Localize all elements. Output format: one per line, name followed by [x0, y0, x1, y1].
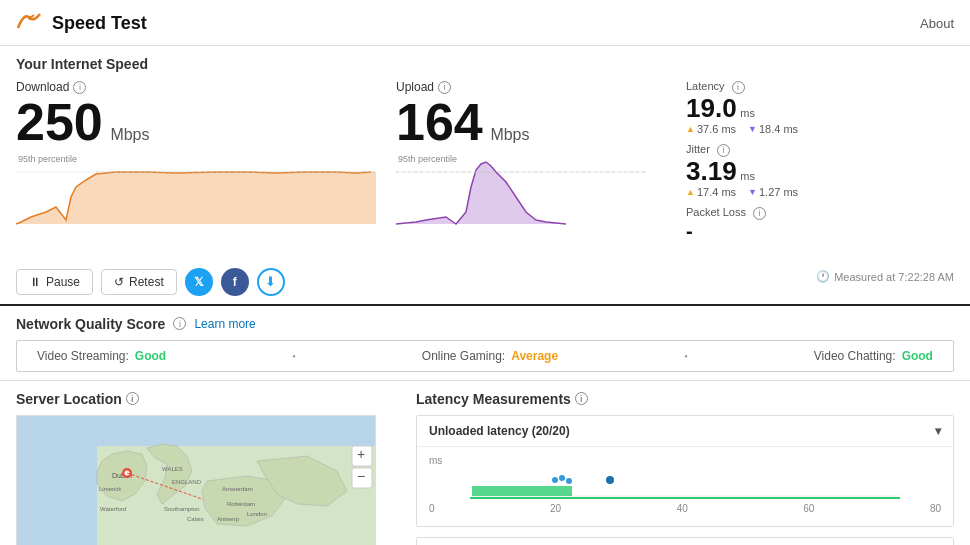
- packet-loss-info-icon[interactable]: i: [753, 207, 766, 220]
- retest-icon: ↺: [114, 275, 124, 289]
- unloaded-chevron-icon: ▾: [935, 424, 941, 438]
- unloaded-unit-label: ms: [429, 455, 941, 466]
- server-location-title: Server Location: [16, 391, 122, 407]
- latency-down: ▼ 18.4 ms: [748, 123, 798, 135]
- upload-label: Upload: [396, 80, 434, 94]
- upload-value: 164: [396, 93, 483, 151]
- facebook-share-button[interactable]: f: [221, 268, 249, 296]
- upload-value-row: 164 Mbps: [396, 96, 666, 148]
- packet-loss-label: Packet Loss: [686, 206, 746, 218]
- upload-info-icon[interactable]: i: [438, 81, 451, 94]
- upload-label-row: Upload i: [396, 80, 666, 94]
- app-header: Speed Test About: [0, 0, 970, 46]
- server-location-panel: Server Location i Dublin: [16, 391, 396, 545]
- download-col: Download i 250 Mbps 95th percentile: [16, 80, 396, 232]
- svg-rect-27: [472, 486, 572, 496]
- svg-text:Rotterdam: Rotterdam: [227, 501, 255, 507]
- svg-text:Antwerp: Antwerp: [217, 516, 240, 522]
- svg-text:WALES: WALES: [162, 466, 183, 472]
- nqs-streaming-value: Good: [135, 349, 166, 363]
- latency-sub: ▲ 37.6 ms ▼ 18.4 ms: [686, 123, 954, 135]
- jitter-value-row: 3.19 ms: [686, 157, 954, 186]
- jitter-unit: ms: [740, 170, 755, 182]
- svg-point-28: [552, 477, 558, 483]
- jitter-sub: ▲ 17.4 ms ▼ 1.27 ms: [686, 186, 954, 198]
- packet-loss-value: -: [686, 220, 954, 242]
- nqs-section: Network Quality Score i Learn more Video…: [0, 306, 970, 381]
- server-location-title-row: Server Location i: [16, 391, 396, 407]
- app-title: Speed Test: [52, 13, 147, 34]
- latency-label: Latency: [686, 80, 725, 92]
- triangle-up-icon: ▲: [686, 124, 695, 134]
- jitter-down: ▼ 1.27 ms: [748, 186, 798, 198]
- download-result-button[interactable]: ⬇: [257, 268, 285, 296]
- jitter-value: 3.19: [686, 156, 737, 186]
- svg-point-0: [28, 16, 32, 20]
- nqs-streaming-label: Video Streaming:: [37, 349, 129, 363]
- unloaded-latency-box: Unloaded latency (20/20) ▾ ms: [416, 415, 954, 527]
- jitter-label-row: Jitter i: [686, 143, 954, 157]
- download-chart-area: 95th percentile: [16, 152, 396, 232]
- svg-text:+: +: [357, 446, 365, 462]
- nqs-title-row: Network Quality Score i Learn more: [16, 316, 954, 332]
- unloaded-axis: 020406080: [429, 503, 941, 514]
- unloaded-latency-header[interactable]: Unloaded latency (20/20) ▾: [417, 416, 953, 447]
- download-info-icon[interactable]: i: [73, 81, 86, 94]
- nqs-gaming-value: Average: [511, 349, 558, 363]
- nqs-streaming: Video Streaming: Good: [37, 349, 166, 363]
- packet-loss-stat: Packet Loss i -: [686, 206, 954, 242]
- latency-stat: Latency i 19.0 ms ▲ 37.6 ms ▼ 18.4 ms: [686, 80, 954, 135]
- nqs-gaming-label: Online Gaming:: [422, 349, 505, 363]
- speed-test-icon: [16, 10, 44, 37]
- nqs-info-icon[interactable]: i: [173, 317, 186, 330]
- measured-at: 🕐 Measured at 7:22:28 AM: [816, 270, 954, 283]
- latency-value: 19.0: [686, 93, 737, 123]
- latency-measurements-info-icon[interactable]: i: [575, 392, 588, 405]
- svg-text:Calais: Calais: [187, 516, 204, 522]
- download-value-row: 250 Mbps: [16, 96, 396, 148]
- unloaded-latency-title: Unloaded latency (20/20): [429, 424, 570, 438]
- app-title-container: Speed Test: [16, 10, 147, 37]
- download-latency-header[interactable]: Latency during download (20) ▾: [417, 538, 953, 545]
- learn-more-link[interactable]: Learn more: [194, 317, 255, 331]
- svg-text:Amsterdam: Amsterdam: [222, 486, 253, 492]
- nqs-title: Network Quality Score: [16, 316, 165, 332]
- jitter-up: ▲ 17.4 ms: [686, 186, 736, 198]
- latency-measurements-title: Latency Measurements: [416, 391, 571, 407]
- speed-section: Your Internet Speed Download i 250 Mbps …: [0, 46, 970, 306]
- unloaded-chart-svg: [429, 468, 941, 503]
- triangle-down-icon2: ▼: [748, 187, 757, 197]
- retest-button[interactable]: ↺ Retest: [101, 269, 177, 295]
- pause-button[interactable]: ⏸ Pause: [16, 269, 93, 295]
- latency-measurements-panel: Latency Measurements i Unloaded latency …: [416, 391, 954, 545]
- download-value: 250: [16, 93, 103, 151]
- server-location-map[interactable]: Dublin Limerick Waterford WALES ENGLAND …: [16, 415, 376, 545]
- upload-chart-area: 95th percentile: [396, 152, 666, 232]
- nqs-bar: Video Streaming: Good ● Online Gaming: A…: [16, 340, 954, 372]
- speed-row: Download i 250 Mbps 95th percentile: [16, 80, 954, 250]
- speed-section-title: Your Internet Speed: [16, 56, 954, 72]
- about-link[interactable]: About: [920, 16, 954, 31]
- server-location-info-icon[interactable]: i: [126, 392, 139, 405]
- latency-up: ▲ 37.6 ms: [686, 123, 736, 135]
- svg-text:−: −: [357, 468, 365, 484]
- bottom-row: Server Location i Dublin: [0, 381, 970, 545]
- twitter-share-button[interactable]: 𝕏: [185, 268, 213, 296]
- upload-col: Upload i 164 Mbps 95th percentile: [396, 80, 666, 232]
- latency-unit: ms: [740, 107, 755, 119]
- unloaded-chart: [429, 468, 941, 503]
- clock-icon: 🕐: [816, 270, 830, 283]
- svg-text:London: London: [247, 511, 267, 517]
- latency-measurements-title-row: Latency Measurements i: [416, 391, 954, 407]
- download-latency-box: Latency during download (20) ▾ ms: [416, 537, 954, 545]
- nqs-dot2: ●: [684, 353, 688, 359]
- nqs-chatting: Video Chatting: Good: [814, 349, 933, 363]
- svg-rect-7: [17, 416, 376, 446]
- latency-value-row: 19.0 ms: [686, 94, 954, 123]
- download-unit: Mbps: [110, 126, 149, 143]
- triangle-down-icon: ▼: [748, 124, 757, 134]
- jitter-stat: Jitter i 3.19 ms ▲ 17.4 ms ▼ 1.27 ms: [686, 143, 954, 198]
- download-chart-label: 95th percentile: [18, 154, 77, 164]
- svg-text:ENGLAND: ENGLAND: [172, 479, 202, 485]
- svg-point-31: [606, 476, 614, 484]
